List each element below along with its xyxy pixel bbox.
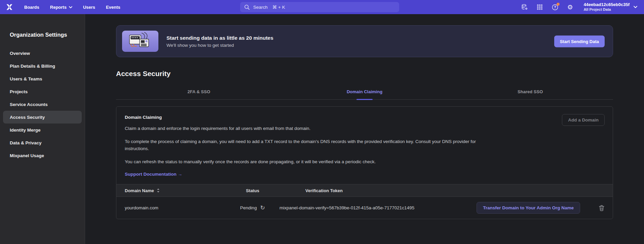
page-title: Access Security <box>116 70 613 78</box>
nav-item-label: Reports <box>50 5 67 10</box>
banner-title: Start sending data in as little as 20 mi… <box>166 35 273 41</box>
org-settings-sidebar: Organization Settings Overview Plan Deta… <box>0 14 85 244</box>
search-shortcut: ⌘ + K <box>272 4 285 10</box>
apps-grid-icon[interactable] <box>536 3 543 11</box>
data-management-icon[interactable] <box>521 3 528 11</box>
primary-nav: Boards Reports Users Events <box>19 0 126 14</box>
chevron-down-icon <box>634 6 637 8</box>
column-header-status: Status <box>226 188 279 193</box>
tab-shared-sso[interactable]: Shared SSO <box>447 86 613 99</box>
org-id-text: 44eebad12c65eb0c35f <box>583 2 630 7</box>
trash-icon <box>599 205 604 211</box>
support-documentation-link[interactable]: Support Documentation → <box>125 172 182 177</box>
add-a-domain-button[interactable]: Add a Domain <box>562 114 605 126</box>
main-content: Start sending data in as little as 20 mi… <box>85 14 644 244</box>
help-notification-badge <box>557 3 560 6</box>
domain-claiming-text-block: Domain Claiming Claim a domain and enfor… <box>116 115 613 184</box>
domains-table-header: Domain Name Status Verification Token <box>116 184 613 197</box>
sidebar-title: Organization Settings <box>0 32 85 38</box>
column-header-domain-name[interactable]: Domain Name <box>125 188 226 193</box>
status-cell: Pending ↻ <box>226 205 279 211</box>
nav-item-reports[interactable]: Reports <box>45 0 78 14</box>
top-navbar: Boards Reports Users Events Search ⌘ + K <box>0 0 644 14</box>
help-icon[interactable]: ? <box>551 3 559 11</box>
start-sending-data-button[interactable]: Start Sending Data <box>554 35 605 47</box>
sort-icon <box>157 188 160 193</box>
card-refresh-note: You can refresh the status to manually v… <box>125 158 481 166</box>
transfer-domain-button[interactable]: Transfer Domain to Your Admin Org Name <box>477 202 580 214</box>
tab-label: Domain Claiming <box>347 89 382 94</box>
access-security-tabs: 2FA & SSO Domain Claiming Shared SSO <box>116 86 613 100</box>
column-header-label: Domain Name <box>125 188 154 193</box>
delete-domain-button[interactable] <box>599 205 604 211</box>
sidebar-item-data-privacy[interactable]: Data & Privacy <box>3 136 82 149</box>
domain-claiming-card: Domain Claiming Claim a domain and enfor… <box>116 106 613 219</box>
tab-label: Shared SSO <box>518 89 543 94</box>
nav-item-users[interactable]: Users <box>78 0 101 14</box>
table-row: yourdomain.com Pending ↻ mixpanel-domain… <box>116 197 613 219</box>
nav-item-label: Users <box>83 5 95 10</box>
search-input[interactable]: Search ⌘ + K <box>240 2 399 12</box>
navbar-right: ? ⚙ 44eebad12c65eb0c35f All Project Data <box>521 2 644 12</box>
banner-texts: Start sending data in as little as 20 mi… <box>166 35 273 48</box>
org-project-texts: 44eebad12c65eb0c35f All Project Data <box>583 2 630 12</box>
domain-name-cell: yourdomain.com <box>125 205 226 210</box>
sidebar-item-identity-merge[interactable]: Identity Merge <box>3 124 82 136</box>
project-scope-text: All Project Data <box>583 7 630 12</box>
settings-gear-icon[interactable]: ⚙ <box>566 3 574 11</box>
nav-item-boards[interactable]: Boards <box>19 0 45 14</box>
column-header-verification-token: Verification Token <box>279 188 446 193</box>
sidebar-item-projects[interactable]: Projects <box>3 85 82 98</box>
sidebar-item-plan-details-billing[interactable]: Plan Details & Billing <box>3 60 82 72</box>
mixpanel-logo-icon <box>5 3 13 11</box>
card-description: Claim a domain and enforce the login req… <box>125 125 481 132</box>
tab-2fa-sso[interactable]: 2FA & SSO <box>116 86 282 99</box>
tab-label: 2FA & SSO <box>188 89 210 94</box>
card-title: Domain Claiming <box>125 115 604 120</box>
onboarding-illustration <box>122 31 158 52</box>
refresh-status-icon[interactable]: ↻ <box>260 205 265 211</box>
gear-glyph: ⚙ <box>567 4 573 10</box>
tab-domain-claiming[interactable]: Domain Claiming <box>282 86 448 99</box>
svg-text:?: ? <box>554 5 556 9</box>
org-project-switcher[interactable]: 44eebad12c65eb0c35f All Project Data <box>583 2 637 12</box>
status-text: Pending <box>240 205 257 210</box>
card-instructions: To complete the process of claiming a do… <box>125 138 481 152</box>
sidebar-item-access-security[interactable]: Access Security <box>3 111 82 124</box>
verification-token-cell: mixpanel-domain-verify=567b39be-012f-415… <box>279 205 446 210</box>
sidebar-item-service-accounts[interactable]: Service Accounts <box>3 98 82 111</box>
banner-subtitle: We'll show you how to get started <box>166 43 273 48</box>
sidebar-item-users-teams[interactable]: Users & Teams <box>3 72 82 85</box>
search-icon <box>244 4 250 10</box>
nav-item-label: Events <box>106 5 120 10</box>
mixpanel-logo[interactable] <box>0 3 19 11</box>
search-placeholder: Search <box>253 5 268 10</box>
row-actions: Transfer Domain to Your Admin Org Name <box>446 202 604 214</box>
nav-item-label: Boards <box>24 5 39 10</box>
sidebar-item-overview[interactable]: Overview <box>3 47 82 60</box>
active-tab-underline <box>356 99 373 100</box>
sidebar-item-mixpanel-usage[interactable]: Mixpanel Usage <box>3 149 82 162</box>
chevron-down-icon <box>69 6 72 8</box>
onboarding-banner: Start sending data in as little as 20 mi… <box>116 25 613 57</box>
nav-item-events[interactable]: Events <box>101 0 126 14</box>
